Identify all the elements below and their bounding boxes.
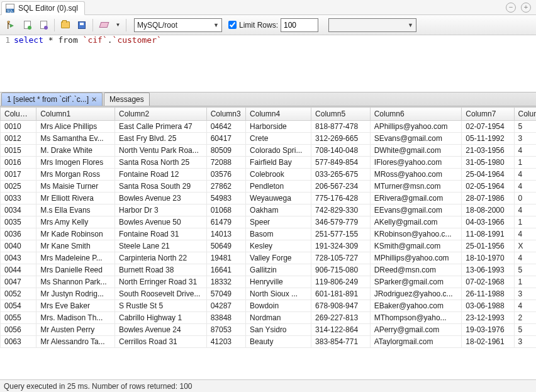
table-cell[interactable]: 23-12-1993 <box>462 312 514 324</box>
table-row[interactable]: 0015M. Drake WhiteNorth Ventu Park Roa..… <box>1 145 537 157</box>
table-cell[interactable]: Oakham <box>246 204 311 216</box>
table-cell[interactable]: M.s Ella Evans <box>36 204 115 216</box>
table-cell[interactable]: 269-227-813 <box>311 312 371 324</box>
table-cell[interactable]: 54983 <box>206 193 245 204</box>
table-cell[interactable]: East Fry Blvd. 25 <box>115 133 207 145</box>
table-row[interactable]: 0040Mr Kane SmithSteele Lane 2150649Kesl… <box>1 240 537 252</box>
table-cell[interactable]: Bowdoin <box>246 300 311 312</box>
table-cell[interactable]: EBaker@yahoo.com <box>370 300 462 312</box>
table-cell[interactable]: Basom <box>246 228 311 240</box>
table-cell[interactable]: M. Drake White <box>36 145 115 157</box>
table-cell[interactable]: SEvans@gmail.com <box>370 133 462 145</box>
table-cell[interactable]: 0040 <box>1 240 36 252</box>
table-cell[interactable]: 206-567-234 <box>311 181 371 193</box>
table-cell[interactable]: Colorado Spri... <box>246 145 311 157</box>
save-button[interactable] <box>75 18 89 32</box>
table-cell[interactable]: 0 <box>514 193 536 204</box>
table-cell[interactable]: 21-03-1956 <box>462 145 514 157</box>
table-cell[interactable]: JRodriguez@yahoo.c... <box>370 288 462 300</box>
table-cell[interactable]: Bowles Avenue 24 <box>115 324 207 336</box>
table-cell[interactable]: 119-806-249 <box>311 276 371 288</box>
table-cell[interactable]: APerry@gmail.com <box>370 324 462 336</box>
column-header[interactable]: Column7 <box>462 108 514 121</box>
table-row[interactable]: 0016Mrs Imogen FloresSanta Rosa North 25… <box>1 157 537 169</box>
table-cell[interactable]: 0017 <box>1 169 36 181</box>
table-cell[interactable]: Carpinteria North 22 <box>115 252 207 264</box>
table-cell[interactable]: AKelly@gmail.com <box>370 216 462 228</box>
table-cell[interactable]: 251-577-155 <box>311 228 371 240</box>
table-row[interactable]: 0025Ms Maisie TurnerSanta Rosa South 292… <box>1 181 537 193</box>
table-cell[interactable]: DWhite@gmail.com <box>370 145 462 157</box>
table-cell[interactable]: ATaylorgmail.com <box>370 336 462 348</box>
table-cell[interactable]: Fontaine Road 12 <box>115 169 207 181</box>
table-cell[interactable]: 4 <box>514 169 536 181</box>
table-cell[interactable]: 13-06-1993 <box>462 264 514 276</box>
table-cell[interactable]: KRobinson@yahoo.c... <box>370 228 462 240</box>
table-cell[interactable]: 0010 <box>1 121 36 133</box>
table-cell[interactable]: 0036 <box>1 228 36 240</box>
column-header[interactable]: Column3 <box>206 108 245 121</box>
table-cell[interactable]: 02-07-1954 <box>462 121 514 133</box>
table-cell[interactable]: 28-07-1986 <box>462 193 514 204</box>
table-cell[interactable]: 818-877-478 <box>311 121 371 133</box>
table-cell[interactable]: 383-854-771 <box>311 336 371 348</box>
table-cell[interactable]: 03-06-1988 <box>462 300 514 312</box>
file-tab-active[interactable]: SQL Editor (0).sql <box>1 1 85 15</box>
maximize-button[interactable]: + <box>521 3 531 13</box>
table-cell[interactable]: MTurner@msn.com <box>370 181 462 193</box>
table-cell[interactable]: 3 <box>514 133 536 145</box>
table-cell[interactable]: Beauty <box>246 336 311 348</box>
table-cell[interactable]: 87053 <box>206 324 245 336</box>
table-cell[interactable]: Crete <box>246 133 311 145</box>
table-cell[interactable]: 4 <box>514 252 536 264</box>
table-cell[interactable]: Santa Rosa South 29 <box>115 181 207 193</box>
table-cell[interactable]: Mrs Imogen Flores <box>36 157 115 169</box>
table-cell[interactable]: Mrs Eve Baker <box>36 300 115 312</box>
table-cell[interactable]: 57049 <box>206 288 245 300</box>
table-cell[interactable]: Nordman <box>246 312 311 324</box>
table-cell[interactable]: Mr Justyn Rodrig... <box>36 288 115 300</box>
table-cell[interactable]: 191-324-309 <box>311 240 371 252</box>
table-row[interactable]: 0043Mrs Madeleine P...Carpinteria North … <box>1 252 537 264</box>
table-cell[interactable]: San Ysidro <box>246 324 311 336</box>
table-cell[interactable]: Weyauwega <box>246 193 311 204</box>
table-cell[interactable]: 312-269-665 <box>311 133 371 145</box>
table-cell[interactable]: 346-579-779 <box>311 216 371 228</box>
table-cell[interactable]: Mr Alessandro Ta... <box>36 336 115 348</box>
table-cell[interactable]: 0047 <box>1 276 36 288</box>
column-header[interactable]: Column0 <box>1 108 36 121</box>
table-cell[interactable]: 0012 <box>1 133 36 145</box>
table-cell[interactable]: Gallitzin <box>246 264 311 276</box>
limit-rows-checkbox-wrap[interactable]: Limit Rows: <box>228 21 278 30</box>
table-cell[interactable]: 314-122-864 <box>311 324 371 336</box>
table-cell[interactable]: 4 <box>514 300 536 312</box>
table-cell[interactable]: 2 <box>514 312 536 324</box>
table-cell[interactable]: 61479 <box>206 216 245 228</box>
table-cell[interactable]: 83848 <box>206 312 245 324</box>
table-cell[interactable]: South Roosevelt Drive... <box>115 288 207 300</box>
table-cell[interactable]: Ms Samantha Ev... <box>36 133 115 145</box>
table-cell[interactable]: 1 <box>514 157 536 169</box>
table-row[interactable]: 0034M.s Ella EvansHarbor Dr 301068Oakham… <box>1 204 537 216</box>
table-cell[interactable]: 906-715-080 <box>311 264 371 276</box>
table-row[interactable]: 0035Mrs Amy KellyBowles Avenue 5061479Sp… <box>1 216 537 228</box>
table-cell[interactable]: 26-11-1988 <box>462 288 514 300</box>
table-cell[interactable]: North Sioux ... <box>246 288 311 300</box>
table-cell[interactable]: Cabrillo Highway 1 <box>115 312 207 324</box>
editor-horizontal-scrollbar[interactable] <box>0 82 536 92</box>
table-cell[interactable]: Steele Lane 21 <box>115 240 207 252</box>
table-cell[interactable]: 04642 <box>206 121 245 133</box>
table-cell[interactable]: 0043 <box>1 252 36 264</box>
table-cell[interactable]: Mr Elliott Rivera <box>36 193 115 204</box>
table-cell[interactable]: Harbor Dr 3 <box>115 204 207 216</box>
column-header[interactable]: Column8 <box>514 108 536 121</box>
table-cell[interactable]: Colebrook <box>246 169 311 181</box>
table-cell[interactable]: Cerrillos Road 31 <box>115 336 207 348</box>
table-row[interactable]: 0063Mr Alessandro Ta...Cerrillos Road 31… <box>1 336 537 348</box>
table-cell[interactable]: 27862 <box>206 181 245 193</box>
table-cell[interactable]: 04287 <box>206 300 245 312</box>
schema-select[interactable]: ▼ <box>328 18 416 32</box>
table-cell[interactable]: 3 <box>514 288 536 300</box>
table-cell[interactable]: 19-03-1976 <box>462 324 514 336</box>
table-row[interactable]: 0056Mr Austen PerryBowles Avenue 2487053… <box>1 324 537 336</box>
